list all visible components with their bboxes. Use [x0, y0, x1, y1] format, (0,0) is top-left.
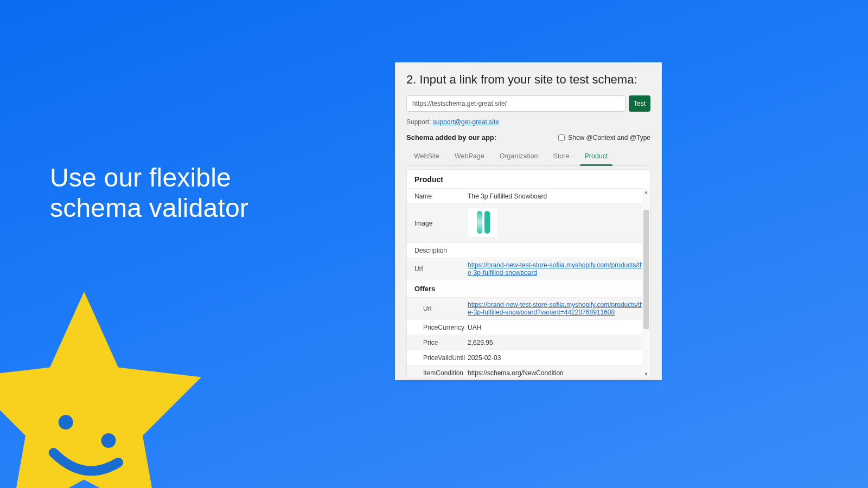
product-thumbnail-icon: [468, 207, 498, 237]
product-scroll-area: Name The 3p Fulfilled Snowboard Image De…: [407, 188, 650, 378]
row-offer-url: Url https://brand-new-test-store-sofiia.…: [407, 297, 650, 319]
row-price: Price 2,629.95: [407, 335, 650, 350]
row-price-valid-until: PriceValidUntil 2025-02-03: [407, 350, 650, 365]
key-price-currency: PriceCurrency: [407, 320, 468, 335]
offers-heading: Offers: [407, 280, 650, 297]
promo-stage: Use our flexible schema validator 2. Inp…: [0, 0, 868, 488]
scroll-up-icon[interactable]: ▲: [642, 188, 650, 196]
row-item-condition: ItemCondition https://schema.org/NewCond…: [407, 365, 650, 378]
row-url: Url https://brand-new-test-store-sofiia.…: [407, 258, 650, 280]
tab-product[interactable]: Product: [577, 148, 615, 165]
key-item-condition: ItemCondition: [407, 366, 468, 378]
tab-organization[interactable]: Organization: [492, 148, 546, 165]
scroll-down-icon[interactable]: ▼: [642, 370, 650, 378]
key-name: Name: [407, 189, 468, 203]
url-input[interactable]: [406, 95, 626, 112]
star-mascot-icon: [0, 282, 206, 488]
val-price-currency: UAH: [468, 320, 650, 335]
card-title: Product: [407, 170, 650, 188]
product-card: Product Name The 3p Fulfilled Snowboard …: [406, 169, 650, 378]
offer-url-link[interactable]: https://brand-new-test-store-sofiia.mysh…: [468, 301, 643, 316]
hero-line-2: schema validator: [50, 193, 248, 223]
support-line: Support: support@get-great.site: [406, 118, 650, 126]
product-url-link[interactable]: https://brand-new-test-store-sofiia.mysh…: [468, 261, 643, 277]
val-name: The 3p Fulfilled Snowboard: [468, 189, 650, 203]
val-price-valid: 2025-02-03: [468, 351, 650, 365]
show-context-label: Show @Context and @Type: [568, 134, 650, 142]
key-image: Image: [407, 216, 468, 230]
tab-store[interactable]: Store: [546, 148, 577, 165]
svg-point-0: [59, 415, 73, 429]
show-context-toggle[interactable]: Show @Context and @Type: [558, 134, 650, 142]
svg-point-1: [101, 433, 116, 448]
tab-webpage[interactable]: WebPage: [447, 148, 492, 165]
val-description: [468, 247, 650, 254]
support-prefix: Support:: [406, 118, 433, 126]
schema-added-label: Schema added by our app:: [406, 133, 496, 142]
scroll-thumb[interactable]: [643, 210, 649, 329]
hero-headline: Use our flexible schema validator: [50, 163, 248, 223]
key-price-valid: PriceValidUntil: [407, 351, 468, 365]
key-price: Price: [407, 336, 468, 350]
val-url: https://brand-new-test-store-sofiia.mysh…: [468, 258, 650, 280]
val-offer-url: https://brand-new-test-store-sofiia.mysh…: [468, 298, 650, 319]
row-price-currency: PriceCurrency UAH: [407, 319, 650, 335]
val-item-condition: https://schema.org/NewCondition: [468, 366, 650, 378]
schema-header-row: Schema added by our app: Show @Context a…: [406, 133, 650, 142]
url-row: Test: [406, 95, 650, 112]
row-image: Image: [407, 203, 650, 242]
schema-tabs: WebSite WebPage Organization Store Produ…: [406, 148, 650, 166]
scrollbar[interactable]: ▲ ▼: [642, 188, 650, 378]
validator-panel: 2. Input a link from your site to test s…: [395, 62, 662, 380]
val-image: [468, 204, 650, 242]
tab-website[interactable]: WebSite: [406, 148, 447, 165]
test-button[interactable]: Test: [629, 95, 650, 112]
hero-line-1: Use our flexible: [50, 163, 248, 193]
show-context-checkbox[interactable]: [558, 134, 565, 141]
support-email-link[interactable]: support@get-great.site: [433, 118, 499, 126]
product-rows: Name The 3p Fulfilled Snowboard Image De…: [407, 188, 650, 378]
key-offer-url: Url: [407, 301, 468, 316]
row-name: Name The 3p Fulfilled Snowboard: [407, 188, 650, 203]
val-price: 2,629.95: [468, 336, 650, 350]
row-description: Description: [407, 242, 650, 258]
key-url: Url: [407, 262, 468, 276]
section-title: 2. Input a link from your site to test s…: [406, 73, 650, 87]
key-description: Description: [407, 243, 468, 258]
